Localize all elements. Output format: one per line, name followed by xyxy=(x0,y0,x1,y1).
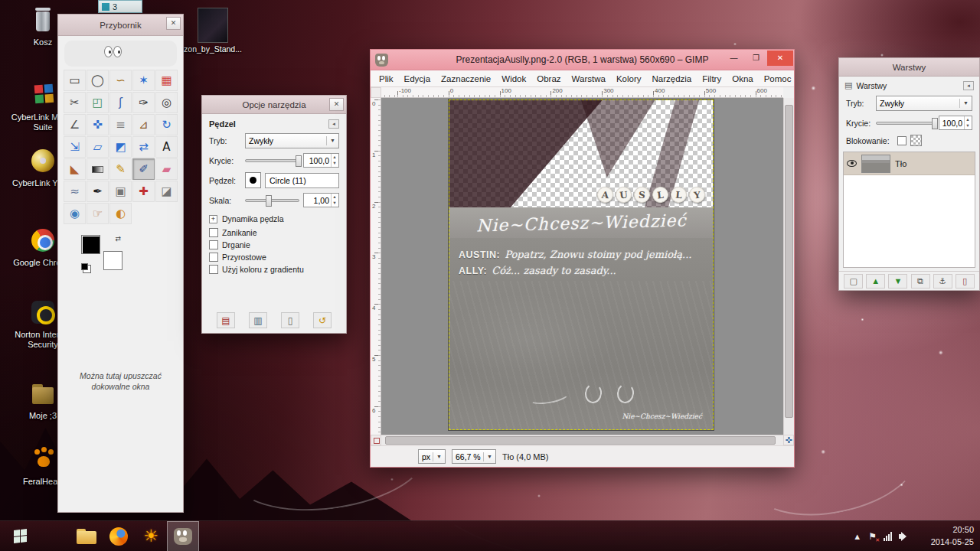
scale-slider[interactable] xyxy=(245,199,299,202)
slider-thumb[interactable] xyxy=(296,155,302,167)
vertical-scrollbar[interactable] xyxy=(783,98,794,435)
tool-heal[interactable]: ✚ xyxy=(132,181,155,202)
tool-paintbrush[interactable]: ✐ xyxy=(132,158,155,180)
delete-layer-icon[interactable]: ▯ xyxy=(956,274,975,289)
checkbox-0[interactable] xyxy=(209,228,218,237)
start-button[interactable] xyxy=(0,521,40,551)
brush-name-field[interactable]: Circle (11) xyxy=(265,173,339,188)
slider-thumb[interactable] xyxy=(266,195,272,207)
tool-color-picker[interactable]: ✑ xyxy=(132,92,155,113)
background-window-fragment[interactable]: 3 xyxy=(98,0,142,13)
navigation-cross-icon[interactable]: ✜ xyxy=(783,435,794,445)
desktop-icon-zon-by-stand[interactable]: zon_by_Stand... xyxy=(184,8,242,54)
horizontal-ruler[interactable]: -1000100200300400500600 xyxy=(381,87,783,98)
tool-free-select[interactable]: ∽ xyxy=(109,70,132,91)
save-tool-options-icon[interactable]: ▤ xyxy=(217,312,235,328)
lock-pixels-checkbox[interactable] xyxy=(897,136,906,145)
lower-layer-icon[interactable]: ▼ xyxy=(888,274,907,289)
tool-options-titlebar[interactable]: Opcje narzędzia ✕ xyxy=(202,96,346,114)
volume-icon[interactable] xyxy=(899,532,910,541)
tool-foreground-select[interactable]: ◰ xyxy=(87,92,109,113)
background-color-swatch[interactable] xyxy=(103,251,122,270)
menu-item-5[interactable]: Warstwa xyxy=(567,73,611,85)
toolbox-titlebar[interactable]: Przybornik ✕ xyxy=(58,15,183,36)
network-signal-icon[interactable] xyxy=(884,532,892,541)
menu-item-7[interactable]: Narzędzia xyxy=(646,73,697,85)
opacity-spinbox[interactable]: 100,0 ▲▼ xyxy=(303,153,339,168)
restore-tool-options-icon[interactable]: ▥ xyxy=(249,312,267,328)
file-explorer-button[interactable] xyxy=(70,521,103,551)
menu-item-9[interactable]: Okna xyxy=(727,73,759,85)
tool-rotate[interactable]: ↻ xyxy=(155,114,178,135)
brush-preview[interactable] xyxy=(245,172,261,188)
taskbar-clock[interactable]: 20:50 2014-05-25 xyxy=(914,524,974,549)
menu-item-4[interactable]: Obraz xyxy=(531,73,566,85)
menu-item-3[interactable]: Widok xyxy=(496,73,531,85)
tool-ink[interactable]: ✒ xyxy=(87,181,109,202)
tool-crop[interactable]: ⊿ xyxy=(132,114,155,135)
close-icon[interactable]: ✕ xyxy=(329,98,344,111)
ruler-corner-button[interactable] xyxy=(371,87,381,98)
tool-eraser[interactable]: ▰ xyxy=(155,158,178,180)
firefox-button[interactable] xyxy=(103,521,135,551)
checkbox-1[interactable] xyxy=(209,240,218,249)
layer-mode-dropdown[interactable]: Zwykły ▼ xyxy=(876,96,972,111)
menu-item-10[interactable]: Pomoc xyxy=(759,73,797,85)
menu-item-0[interactable]: Plik xyxy=(374,73,399,85)
show-hidden-icons-arrow[interactable]: ▲ xyxy=(853,532,861,541)
vertical-ruler[interactable]: 0123456 xyxy=(371,98,381,435)
gimp-taskbar-button[interactable] xyxy=(167,521,199,551)
tool-gradient[interactable]: ▮ xyxy=(87,158,109,180)
tool-bucket-fill[interactable]: ◣ xyxy=(64,158,86,180)
scrollbar-thumb[interactable] xyxy=(785,105,793,418)
tool-fuzzy-select[interactable]: ✶ xyxy=(132,70,155,91)
mode-dropdown[interactable]: Zwykły ▼ xyxy=(245,133,339,148)
close-icon[interactable]: ✕ xyxy=(767,51,793,66)
tool-move[interactable]: ✜ xyxy=(87,114,109,135)
tool-paths[interactable]: ʃ xyxy=(109,92,132,113)
tool-pencil[interactable]: ✎ xyxy=(109,158,132,180)
gimp-titlebar[interactable]: PrezentacjaAuslly.png-2.0 (RGB, 1 warstw… xyxy=(371,50,794,70)
tool-rectangle-select[interactable]: ▭ xyxy=(64,70,86,91)
tool-ellipse-select[interactable]: ◯ xyxy=(87,70,109,91)
spinner-arrows-icon[interactable]: ▲▼ xyxy=(331,154,338,167)
tool-align[interactable]: ≡ xyxy=(109,114,132,135)
tool-airbrush[interactable]: ≈ xyxy=(64,181,86,202)
maximize-icon[interactable]: ❐ xyxy=(745,51,767,66)
tool-scissors-select[interactable]: ✂ xyxy=(64,92,86,113)
foreground-color-swatch[interactable] xyxy=(81,235,100,254)
tool-blur-sharpen[interactable]: ◉ xyxy=(64,203,86,224)
scale-spinbox[interactable]: 1,00 ▲▼ xyxy=(303,193,339,207)
canvas-area[interactable]: AUSLLY Nie~Chcesz~Wiedzieć AUSTIN: Popat… xyxy=(381,98,783,435)
horizontal-scrollbar[interactable] xyxy=(381,435,783,445)
duplicate-layer-icon[interactable]: ⧉ xyxy=(911,274,930,289)
spinner-arrows-icon[interactable]: ▲▼ xyxy=(964,116,971,129)
swap-colors-icon[interactable]: ⇄ xyxy=(115,235,121,243)
tool-text[interactable]: A xyxy=(155,136,178,158)
menu-item-1[interactable]: Edycja xyxy=(399,73,436,85)
image-layer[interactable]: AUSLLY Nie~Chcesz~Wiedzieć AUSTIN: Popat… xyxy=(449,99,714,430)
tool-flip[interactable]: ⇄ xyxy=(132,136,155,158)
tool-perspective[interactable]: ◩ xyxy=(109,136,132,158)
zoom-dropdown[interactable]: 66,7 % ▼ xyxy=(452,449,496,464)
media-app-button[interactable]: ☀ xyxy=(135,521,167,551)
reset-tool-options-icon[interactable]: ↺ xyxy=(313,312,332,328)
layer-opacity-slider[interactable] xyxy=(876,122,935,125)
menu-item-6[interactable]: Kolory xyxy=(611,73,647,85)
checkbox-2[interactable] xyxy=(209,253,218,262)
new-layer-icon[interactable]: ▢ xyxy=(844,274,863,289)
layer-opacity-spinbox[interactable]: 100,0 ▲▼ xyxy=(939,116,972,130)
tool-shear[interactable]: ▱ xyxy=(87,136,109,158)
tool-measure[interactable]: ∠ xyxy=(64,114,86,135)
reset-colors-icon[interactable] xyxy=(81,263,88,270)
tool-clone[interactable]: ▣ xyxy=(109,181,132,202)
spinner-arrows-icon[interactable]: ▲▼ xyxy=(331,194,338,207)
tool-smudge[interactable]: ☞ xyxy=(87,203,109,224)
opacity-slider[interactable] xyxy=(245,159,299,162)
lock-alpha-icon[interactable] xyxy=(910,135,922,146)
brush-dynamics-expander[interactable]: + Dynamika pędzla xyxy=(209,214,339,223)
visibility-eye-icon[interactable] xyxy=(847,160,857,167)
layers-titlebar[interactable]: Warstwy xyxy=(839,58,979,77)
tool-select-by-color[interactable]: ▦ xyxy=(155,70,178,91)
menu-item-8[interactable]: Filtry xyxy=(697,73,727,85)
